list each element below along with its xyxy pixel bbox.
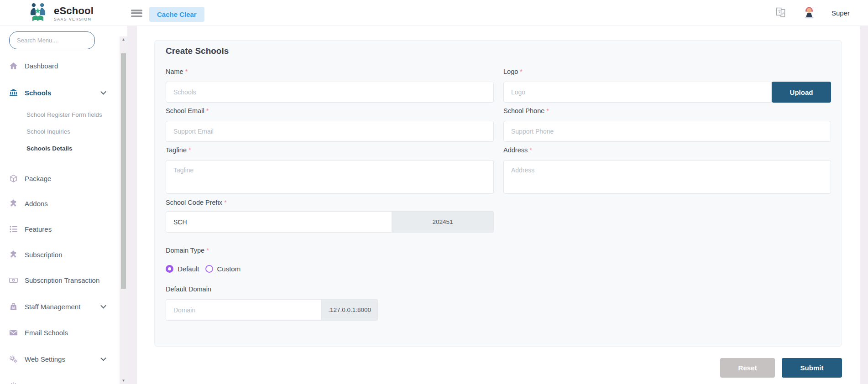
sidebar-item-partial[interactable] [0,378,120,384]
school-phone-label: School Phone* [503,107,831,115]
logo-field-group: Logo* Upload [503,68,831,103]
address-label: Address* [503,146,831,155]
scroll-down-icon[interactable]: ▼ [120,378,127,384]
required-asterisk: * [529,146,532,154]
sidebar-item-label: Web Settings [25,355,65,363]
school-code-prefix-input[interactable] [166,211,392,233]
default-domain-input[interactable] [166,299,322,321]
submit-button[interactable]: Submit [782,358,842,378]
radio-selected-icon[interactable] [166,265,173,273]
tagline-label: Tagline* [166,146,494,155]
school-code-prefix-label: School Code Prefix* [166,199,494,207]
sidebar-item-dashboard[interactable]: Dashboard [0,58,120,73]
list-icon [9,225,18,234]
sidebar-scrollbar-thumb[interactable] [121,53,126,289]
topbar: eSchool SAAS VERSION Cache Clear 文 A [0,0,868,26]
gears-icon [9,355,18,363]
mail-icon [9,328,18,337]
school-phone-field-group: School Phone* [503,107,831,142]
sidebar-item-label: Schools [25,89,51,97]
name-field-group: Name* [166,68,494,103]
school-phone-input[interactable] [503,121,831,142]
name-label: Name* [166,68,494,76]
chevron-down-icon [100,355,106,361]
school-email-label: School Email* [166,107,494,115]
logo-label: Logo* [503,68,831,76]
user-avatar[interactable] [802,5,816,21]
address-field-group: Address* [503,146,831,196]
bank-icon [9,88,18,97]
puzzle-icon [9,250,18,259]
default-domain-suffix: .127.0.0.1:8000 [322,299,378,321]
home-icon [9,62,18,70]
sidebar-item-label: Subscription Transaction [25,276,99,284]
reset-button[interactable]: Reset [720,358,775,378]
svg-text:文: 文 [778,9,782,14]
staff-icon: M [9,302,18,311]
app-logo[interactable]: eSchool SAAS VERSION [26,2,94,25]
page-scrollbar-track[interactable] [860,21,868,384]
sidebar-subitem-school-register-form-fields[interactable]: School Register Form fields [26,108,113,121]
sidebar-item-web-settings[interactable]: Web Settings [0,351,120,367]
main-content: Create Schools Name* Logo* Upload School… [137,26,860,384]
chevron-down-icon [100,303,106,309]
school-email-field-group: School Email* [166,107,494,142]
brand-name: eSchool [54,6,94,16]
sidebar: Dashboard Schools School Register Form f… [0,26,120,384]
eschool-logo-icon [26,2,49,25]
brand-tagline: SAAS VERSION [54,17,94,21]
form-actions: Reset Submit [137,358,842,378]
domain-type-custom-option[interactable]: Custom [205,265,241,273]
create-schools-panel: Create Schools Name* Logo* Upload School… [154,40,842,347]
required-asterisk: * [185,68,188,75]
puzzle-icon [9,199,18,208]
school-code-prefix-group: School Code Prefix* 202451 [166,199,494,233]
logo-input[interactable] [503,82,772,103]
sidebar-item-label: Subscription [25,251,63,259]
required-asterisk: * [224,199,227,206]
scroll-up-icon[interactable]: ▲ [120,36,127,43]
search-input[interactable] [9,31,95,49]
upload-button[interactable]: Upload [772,82,831,103]
cube-icon [9,174,18,183]
sidebar-item-subscription-transaction[interactable]: Subscription Transaction [0,272,120,288]
name-input[interactable] [166,82,494,103]
required-asterisk: * [206,247,209,254]
required-asterisk: * [188,146,191,154]
domain-type-default-option[interactable]: Default [166,265,199,273]
school-code-suffix: 202451 [392,211,494,233]
translate-icon[interactable]: 文 A [774,6,787,20]
svg-text:M: M [12,306,15,309]
sidebar-item-label: Email Schools [25,329,68,337]
user-name[interactable]: Super [831,9,850,17]
chevron-down-icon [100,89,106,95]
sidebar-item-label: Package [25,175,51,182]
hamburger-menu-icon[interactable] [131,10,142,17]
page-title: Create Schools [166,46,229,56]
address-textarea[interactable] [503,160,831,194]
svg-text:A: A [782,11,784,16]
sidebar-item-label: Addons [25,200,48,208]
school-email-input[interactable] [166,121,494,142]
sidebar-item-staff-management[interactable]: M Staff Management [0,299,120,314]
sidebar-subitem-school-inquiries[interactable]: School Inquiries [26,125,113,138]
domain-type-label: Domain Type* [166,247,494,255]
cache-clear-button[interactable]: Cache Clear [149,7,204,22]
tagline-textarea[interactable] [166,160,494,194]
sidebar-item-package[interactable]: Package [0,171,120,186]
required-asterisk: * [206,107,209,114]
sidebar-item-addons[interactable]: Addons [0,196,120,211]
money-icon [9,276,18,285]
sidebar-item-email-schools[interactable]: Email Schools [0,325,120,340]
sidebar-item-features[interactable]: Features [0,221,120,237]
domain-type-group: Domain Type* Default Custom [166,247,494,273]
sidebar-item-label: Dashboard [25,62,58,70]
tagline-field-group: Tagline* [166,146,494,196]
default-domain-group: Default Domain .127.0.0.1:8000 [166,285,494,321]
required-asterisk: * [520,68,523,75]
sidebar-scrollbar[interactable]: ▲ ▼ [120,36,127,384]
sidebar-item-subscription[interactable]: Subscription [0,247,120,262]
sidebar-item-schools[interactable]: Schools [0,85,120,100]
radio-unselected-icon[interactable] [205,265,213,273]
sidebar-subitem-schools-details[interactable]: Schools Details [26,142,113,155]
